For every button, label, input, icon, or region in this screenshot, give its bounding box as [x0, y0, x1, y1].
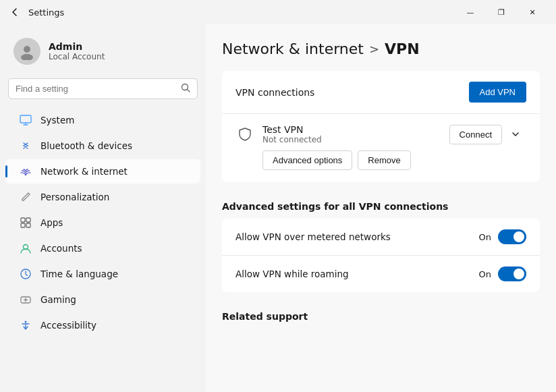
bluetooth-icon — [19, 139, 32, 152]
breadcrumb-chevron: > — [369, 42, 379, 56]
svg-point-1 — [21, 54, 33, 60]
close-button[interactable]: ✕ — [517, 0, 548, 24]
connect-button[interactable]: Connect — [449, 125, 502, 144]
vpn-item-top: Test VPN Not connected Connect — [235, 123, 526, 145]
vpn-item: Test VPN Not connected Connect — [222, 114, 540, 182]
breadcrumb-current: VPN — [385, 40, 420, 57]
vpn-connections-header: VPN connections Add VPN — [222, 71, 540, 113]
advanced-options-button[interactable]: Advanced options — [262, 150, 352, 170]
search-box — [8, 78, 198, 99]
main-content: Network & internet > VPN VPN connections… — [206, 24, 556, 392]
svg-rect-4 — [20, 115, 31, 123]
sidebar-item-system[interactable]: System — [5, 108, 200, 132]
vpn-connections-label: VPN connections — [235, 87, 314, 98]
sidebar-item-bluetooth[interactable]: Bluetooth & devices — [5, 134, 200, 158]
sidebar-item-label-apps: Apps — [40, 217, 63, 228]
personalization-icon — [19, 190, 32, 204]
titlebar: Settings — ❐ ✕ — [0, 0, 556, 24]
user-section: Admin Local Account — [0, 30, 206, 78]
svg-line-3 — [188, 90, 190, 92]
sidebar-item-label-bluetooth: Bluetooth & devices — [40, 140, 132, 151]
sidebar-item-label-personalization: Personalization — [40, 192, 109, 202]
window-title: Settings — [28, 7, 448, 18]
svg-rect-10 — [21, 223, 25, 227]
vpn-chevron-button[interactable] — [505, 123, 526, 145]
sidebar-item-gaming[interactable]: Gaming — [5, 287, 200, 312]
vpn-info: Test VPN Not connected — [262, 124, 441, 144]
vpn-status: Not connected — [262, 135, 441, 144]
metered-state-label: On — [479, 232, 491, 242]
svg-point-17 — [25, 321, 27, 323]
window-content: Admin Local Account — [0, 24, 556, 392]
sidebar-item-accounts[interactable]: Accounts — [5, 236, 200, 260]
user-name: Admin — [49, 41, 105, 52]
svg-point-7 — [25, 174, 26, 175]
sidebar-item-label-network: Network & internet — [40, 166, 128, 177]
search-input[interactable] — [16, 84, 177, 94]
sidebar-item-network[interactable]: Network & internet — [5, 159, 200, 184]
vpn-actions: Connect — [449, 123, 526, 145]
related-support-title: Related support — [222, 300, 540, 327]
vpn-connections-card: VPN connections Add VPN Test VPN Not c — [222, 71, 540, 182]
metered-toggle[interactable] — [498, 229, 526, 244]
sidebar-item-label-system: System — [40, 115, 74, 125]
roaming-toggle[interactable] — [498, 267, 526, 281]
sidebar-item-time[interactable]: Time & language — [5, 262, 200, 286]
svg-rect-8 — [21, 218, 25, 222]
maximize-button[interactable]: ❐ — [486, 0, 517, 24]
sidebar-item-apps[interactable]: Apps — [5, 211, 200, 235]
search-icon — [181, 83, 190, 94]
minimize-button[interactable]: — — [455, 0, 486, 24]
vpn-expanded-actions: Advanced options Remove — [235, 145, 526, 173]
accounts-icon — [19, 242, 32, 255]
settings-window: Settings — ❐ ✕ Admin Local Account — [0, 0, 556, 392]
sidebar: Admin Local Account — [0, 24, 206, 392]
advanced-settings-title: Advanced settings for all VPN connection… — [222, 190, 540, 219]
back-button[interactable] — [8, 5, 22, 19]
sidebar-item-label-time: Time & language — [40, 269, 118, 279]
sidebar-item-personalization[interactable]: Personalization — [5, 185, 200, 209]
avatar — [13, 38, 40, 65]
time-icon — [19, 267, 32, 281]
roaming-state-label: On — [479, 269, 491, 279]
remove-button[interactable]: Remove — [358, 150, 410, 170]
sidebar-item-label-accessibility: Accessibility — [40, 320, 96, 331]
sidebar-item-label-accounts: Accounts — [40, 243, 82, 254]
gaming-icon — [19, 293, 32, 306]
metered-toggle-right: On — [479, 229, 526, 244]
sidebar-item-accessibility[interactable]: Accessibility — [5, 313, 200, 337]
apps-icon — [19, 216, 32, 229]
system-icon — [19, 113, 32, 127]
roaming-label: Allow VPN while roaming — [235, 269, 349, 279]
sidebar-item-label-gaming: Gaming — [40, 294, 76, 305]
toggle-row-roaming: Allow VPN while roaming On — [222, 256, 540, 292]
svg-point-0 — [24, 46, 30, 53]
shield-icon — [235, 125, 254, 144]
svg-rect-11 — [26, 223, 30, 227]
window-controls: — ❐ ✕ — [455, 0, 548, 24]
breadcrumb-parent[interactable]: Network & internet — [222, 40, 364, 57]
advanced-settings-card: Allow VPN over metered networks On Allow… — [222, 219, 540, 292]
add-vpn-button[interactable]: Add VPN — [469, 82, 526, 103]
user-info: Admin Local Account — [49, 41, 105, 61]
network-icon — [19, 165, 32, 178]
user-account: Local Account — [49, 52, 105, 61]
svg-rect-9 — [26, 218, 30, 222]
vpn-name: Test VPN — [262, 124, 441, 135]
roaming-toggle-right: On — [479, 267, 526, 281]
metered-label: Allow VPN over metered networks — [235, 231, 391, 242]
accessibility-icon — [19, 318, 32, 332]
breadcrumb: Network & internet > VPN — [222, 40, 540, 57]
toggle-row-metered: Allow VPN over metered networks On — [222, 219, 540, 255]
